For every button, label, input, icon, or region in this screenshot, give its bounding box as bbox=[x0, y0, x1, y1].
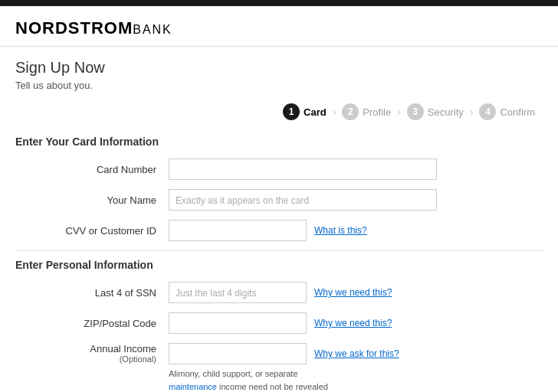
income-label-wrap: Annual Income (Optional) bbox=[15, 343, 169, 364]
card-number-input[interactable] bbox=[169, 158, 437, 180]
personal-section: Enter Personal Information Last 4 of SSN… bbox=[15, 259, 543, 392]
income-input[interactable] bbox=[169, 343, 307, 364]
zip-field-wrap: Why we need this? bbox=[169, 312, 543, 334]
zip-label: ZIP/Postal Code bbox=[15, 318, 169, 329]
income-label: Annual Income bbox=[90, 343, 156, 354]
step-confirm[interactable]: 4 Confirm bbox=[479, 103, 535, 120]
step-circle-1: 1 bbox=[283, 103, 300, 120]
cvv-input[interactable] bbox=[169, 220, 307, 241]
page-subtitle: Tell us about you. bbox=[15, 80, 543, 91]
step-circle-3: 3 bbox=[407, 103, 424, 120]
top-bar bbox=[0, 0, 558, 6]
income-optional: (Optional) bbox=[15, 354, 156, 364]
section-divider bbox=[15, 250, 543, 251]
your-name-input[interactable] bbox=[169, 189, 437, 211]
income-note: Alimony, child support, or separate main… bbox=[169, 368, 330, 392]
step-label-card: Card bbox=[304, 106, 327, 118]
step-sep-3: › bbox=[470, 106, 474, 118]
ssn-row: Last 4 of SSN Why we need this? bbox=[15, 282, 543, 303]
cvv-field-wrap: What is this? bbox=[169, 220, 543, 241]
zip-hint[interactable]: Why we need this? bbox=[314, 318, 392, 328]
step-circle-2: 2 bbox=[342, 103, 359, 120]
card-number-field-wrap bbox=[169, 158, 543, 180]
step-sep-1: › bbox=[333, 106, 336, 118]
step-label-profile: Profile bbox=[363, 106, 391, 118]
logo-sub: BANK bbox=[133, 23, 172, 36]
zip-row: ZIP/Postal Code Why we need this? bbox=[15, 312, 543, 334]
income-field-wrap: Why we ask for this? Alimony, child supp… bbox=[169, 343, 543, 392]
ssn-field-wrap: Why we need this? bbox=[169, 282, 543, 303]
card-number-row: Card Number bbox=[15, 158, 543, 180]
page-title: Sign Up Now bbox=[15, 59, 543, 77]
ssn-input[interactable] bbox=[169, 282, 307, 303]
card-section: Enter Your Card Information Card Number … bbox=[15, 136, 543, 241]
step-label-security: Security bbox=[428, 106, 464, 118]
step-sep-2: › bbox=[397, 106, 401, 118]
personal-section-title: Enter Personal Information bbox=[15, 259, 543, 271]
card-section-title: Enter Your Card Information bbox=[15, 136, 543, 148]
step-profile[interactable]: 2 Profile bbox=[342, 103, 391, 120]
your-name-row: Your Name bbox=[15, 189, 543, 211]
cvv-hint[interactable]: What is this? bbox=[314, 225, 367, 236]
main-content: Sign Up Now Tell us about you. 1 Card › … bbox=[0, 47, 558, 392]
logo-text: NORDSTROM bbox=[15, 18, 133, 38]
ssn-label: Last 4 of SSN bbox=[15, 287, 169, 299]
step-circle-4: 4 bbox=[479, 103, 496, 120]
step-card[interactable]: 1 Card bbox=[283, 103, 327, 120]
step-label-confirm: Confirm bbox=[500, 106, 535, 118]
logo: NORDSTROMBANK bbox=[15, 18, 543, 38]
zip-input[interactable] bbox=[169, 312, 307, 334]
income-hint[interactable]: Why we ask for this? bbox=[314, 348, 399, 359]
cvv-row: CVV or Customer ID What is this? bbox=[15, 220, 543, 241]
ssn-hint[interactable]: Why we need this? bbox=[314, 287, 392, 298]
cvv-label: CVV or Customer ID bbox=[15, 225, 169, 237]
steps-bar: 1 Card › 2 Profile › 3 Security › 4 Conf… bbox=[15, 103, 543, 120]
your-name-field-wrap bbox=[169, 189, 543, 211]
card-number-label: Card Number bbox=[15, 164, 169, 175]
your-name-label: Your Name bbox=[15, 194, 169, 206]
income-row: Annual Income (Optional) Why we ask for … bbox=[15, 343, 543, 392]
step-security[interactable]: 3 Security bbox=[407, 103, 464, 120]
header: NORDSTROMBANK bbox=[0, 6, 558, 47]
